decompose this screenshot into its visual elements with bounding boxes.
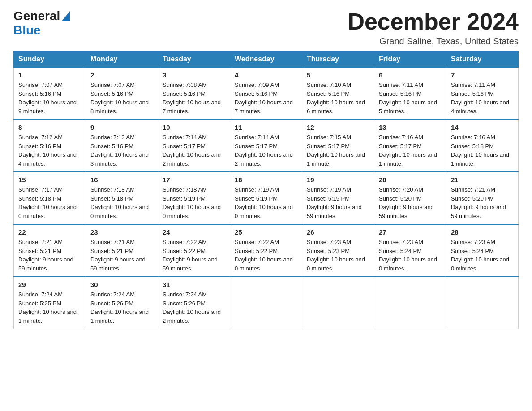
day-info: Sunrise: 7:15 AMSunset: 5:17 PMDaylight:… bbox=[307, 133, 369, 168]
calendar-week-row: 15 Sunrise: 7:17 AMSunset: 5:18 PMDaylig… bbox=[14, 172, 519, 224]
day-info: Sunrise: 7:22 AMSunset: 5:22 PMDaylight:… bbox=[163, 238, 225, 273]
day-info: Sunrise: 7:07 AMSunset: 5:16 PMDaylight:… bbox=[90, 81, 153, 116]
calendar-cell: 3 Sunrise: 7:08 AMSunset: 5:16 PMDayligh… bbox=[158, 67, 230, 120]
day-number: 1 bbox=[18, 71, 81, 79]
calendar-cell: 23 Sunrise: 7:21 AMSunset: 5:21 PMDaylig… bbox=[86, 224, 158, 277]
day-number: 31 bbox=[163, 281, 225, 288]
day-number: 19 bbox=[307, 176, 369, 184]
calendar-cell: 10 Sunrise: 7:14 AMSunset: 5:17 PMDaylig… bbox=[158, 120, 230, 172]
page-header: General Blue December 2024 Grand Saline,… bbox=[13, 9, 519, 47]
calendar-cell: 6 Sunrise: 7:11 AMSunset: 5:16 PMDayligh… bbox=[374, 67, 446, 120]
day-info: Sunrise: 7:18 AMSunset: 5:18 PMDaylight:… bbox=[90, 185, 153, 220]
day-number: 11 bbox=[235, 124, 297, 131]
day-number: 10 bbox=[163, 124, 225, 131]
calendar-cell: 11 Sunrise: 7:14 AMSunset: 5:17 PMDaylig… bbox=[230, 120, 302, 172]
calendar-cell: 14 Sunrise: 7:16 AMSunset: 5:18 PMDaylig… bbox=[446, 120, 519, 172]
calendar-week-row: 22 Sunrise: 7:21 AMSunset: 5:21 PMDaylig… bbox=[14, 224, 519, 277]
day-info: Sunrise: 7:16 AMSunset: 5:18 PMDaylight:… bbox=[451, 133, 514, 168]
day-number: 21 bbox=[451, 176, 514, 184]
calendar-cell bbox=[230, 277, 302, 329]
day-number: 7 bbox=[451, 71, 514, 79]
calendar-table: SundayMondayTuesdayWednesdayThursdayFrid… bbox=[13, 51, 519, 329]
day-number: 8 bbox=[18, 124, 81, 131]
day-number: 12 bbox=[307, 124, 369, 131]
title-section: December 2024 Grand Saline, Texas, Unite… bbox=[348, 9, 519, 47]
calendar-cell: 16 Sunrise: 7:18 AMSunset: 5:18 PMDaylig… bbox=[86, 172, 158, 224]
calendar-cell: 30 Sunrise: 7:24 AMSunset: 5:26 PMDaylig… bbox=[86, 277, 158, 329]
day-number: 18 bbox=[235, 176, 297, 184]
day-info: Sunrise: 7:17 AMSunset: 5:18 PMDaylight:… bbox=[18, 185, 81, 220]
day-number: 2 bbox=[90, 71, 153, 79]
calendar-week-row: 1 Sunrise: 7:07 AMSunset: 5:16 PMDayligh… bbox=[14, 67, 519, 120]
day-number: 9 bbox=[90, 124, 153, 131]
calendar-cell: 1 Sunrise: 7:07 AMSunset: 5:16 PMDayligh… bbox=[14, 67, 86, 120]
weekday-header-thursday: Thursday bbox=[302, 51, 374, 68]
calendar-cell bbox=[374, 277, 446, 329]
day-number: 14 bbox=[451, 124, 514, 131]
day-info: Sunrise: 7:24 AMSunset: 5:25 PMDaylight:… bbox=[18, 290, 81, 325]
day-info: Sunrise: 7:22 AMSunset: 5:22 PMDaylight:… bbox=[235, 238, 297, 273]
calendar-cell bbox=[302, 277, 374, 329]
location-subtitle: Grand Saline, Texas, United States bbox=[348, 36, 519, 47]
logo-general-text: General bbox=[13, 9, 60, 23]
month-year-title: December 2024 bbox=[348, 9, 519, 34]
calendar-week-row: 8 Sunrise: 7:12 AMSunset: 5:16 PMDayligh… bbox=[14, 120, 519, 172]
calendar-cell: 25 Sunrise: 7:22 AMSunset: 5:22 PMDaylig… bbox=[230, 224, 302, 277]
calendar-cell: 20 Sunrise: 7:20 AMSunset: 5:20 PMDaylig… bbox=[374, 172, 446, 224]
weekday-header-sunday: Sunday bbox=[14, 51, 86, 68]
weekday-header-monday: Monday bbox=[86, 51, 158, 68]
day-info: Sunrise: 7:24 AMSunset: 5:26 PMDaylight:… bbox=[163, 290, 225, 325]
svg-marker-0 bbox=[62, 11, 70, 21]
day-number: 23 bbox=[90, 228, 153, 236]
day-number: 16 bbox=[90, 176, 153, 184]
day-number: 29 bbox=[18, 281, 81, 288]
day-info: Sunrise: 7:23 AMSunset: 5:24 PMDaylight:… bbox=[451, 238, 514, 273]
day-info: Sunrise: 7:24 AMSunset: 5:26 PMDaylight:… bbox=[90, 290, 153, 325]
calendar-cell: 7 Sunrise: 7:11 AMSunset: 5:16 PMDayligh… bbox=[446, 67, 519, 120]
day-info: Sunrise: 7:19 AMSunset: 5:19 PMDaylight:… bbox=[235, 185, 297, 220]
day-number: 3 bbox=[163, 71, 225, 79]
day-info: Sunrise: 7:11 AMSunset: 5:16 PMDaylight:… bbox=[451, 81, 514, 116]
day-info: Sunrise: 7:21 AMSunset: 5:21 PMDaylight:… bbox=[18, 238, 81, 273]
weekday-header-saturday: Saturday bbox=[446, 51, 519, 68]
day-info: Sunrise: 7:10 AMSunset: 5:16 PMDaylight:… bbox=[307, 81, 369, 116]
weekday-header-tuesday: Tuesday bbox=[158, 51, 230, 68]
day-number: 5 bbox=[307, 71, 369, 79]
day-info: Sunrise: 7:08 AMSunset: 5:16 PMDaylight:… bbox=[163, 81, 225, 116]
calendar-cell: 8 Sunrise: 7:12 AMSunset: 5:16 PMDayligh… bbox=[14, 120, 86, 172]
logo-blue-text: Blue bbox=[13, 23, 41, 37]
day-info: Sunrise: 7:14 AMSunset: 5:17 PMDaylight:… bbox=[235, 133, 297, 168]
calendar-cell: 4 Sunrise: 7:09 AMSunset: 5:16 PMDayligh… bbox=[230, 67, 302, 120]
calendar-cell: 29 Sunrise: 7:24 AMSunset: 5:25 PMDaylig… bbox=[14, 277, 86, 329]
day-number: 26 bbox=[307, 228, 369, 236]
day-number: 20 bbox=[379, 176, 442, 184]
day-info: Sunrise: 7:07 AMSunset: 5:16 PMDaylight:… bbox=[18, 81, 81, 116]
day-number: 17 bbox=[163, 176, 225, 184]
calendar-cell: 24 Sunrise: 7:22 AMSunset: 5:22 PMDaylig… bbox=[158, 224, 230, 277]
day-info: Sunrise: 7:19 AMSunset: 5:19 PMDaylight:… bbox=[307, 185, 369, 220]
day-info: Sunrise: 7:09 AMSunset: 5:16 PMDaylight:… bbox=[235, 81, 297, 116]
calendar-cell: 31 Sunrise: 7:24 AMSunset: 5:26 PMDaylig… bbox=[158, 277, 230, 329]
day-number: 15 bbox=[18, 176, 81, 184]
day-info: Sunrise: 7:12 AMSunset: 5:16 PMDaylight:… bbox=[18, 133, 81, 168]
logo-triangle-icon bbox=[62, 11, 70, 23]
day-number: 30 bbox=[90, 281, 153, 288]
calendar-cell: 21 Sunrise: 7:21 AMSunset: 5:20 PMDaylig… bbox=[446, 172, 519, 224]
calendar-cell: 5 Sunrise: 7:10 AMSunset: 5:16 PMDayligh… bbox=[302, 67, 374, 120]
calendar-cell: 19 Sunrise: 7:19 AMSunset: 5:19 PMDaylig… bbox=[302, 172, 374, 224]
day-info: Sunrise: 7:16 AMSunset: 5:17 PMDaylight:… bbox=[379, 133, 442, 168]
calendar-cell: 27 Sunrise: 7:23 AMSunset: 5:24 PMDaylig… bbox=[374, 224, 446, 277]
calendar-cell: 28 Sunrise: 7:23 AMSunset: 5:24 PMDaylig… bbox=[446, 224, 519, 277]
calendar-cell: 13 Sunrise: 7:16 AMSunset: 5:17 PMDaylig… bbox=[374, 120, 446, 172]
day-number: 27 bbox=[379, 228, 442, 236]
day-number: 13 bbox=[379, 124, 442, 131]
day-number: 25 bbox=[235, 228, 297, 236]
day-info: Sunrise: 7:11 AMSunset: 5:16 PMDaylight:… bbox=[379, 81, 442, 116]
day-number: 24 bbox=[163, 228, 225, 236]
calendar-cell: 15 Sunrise: 7:17 AMSunset: 5:18 PMDaylig… bbox=[14, 172, 86, 224]
day-number: 28 bbox=[451, 228, 514, 236]
day-number: 22 bbox=[18, 228, 81, 236]
calendar-cell: 12 Sunrise: 7:15 AMSunset: 5:17 PMDaylig… bbox=[302, 120, 374, 172]
day-info: Sunrise: 7:14 AMSunset: 5:17 PMDaylight:… bbox=[163, 133, 225, 168]
calendar-cell bbox=[446, 277, 519, 329]
